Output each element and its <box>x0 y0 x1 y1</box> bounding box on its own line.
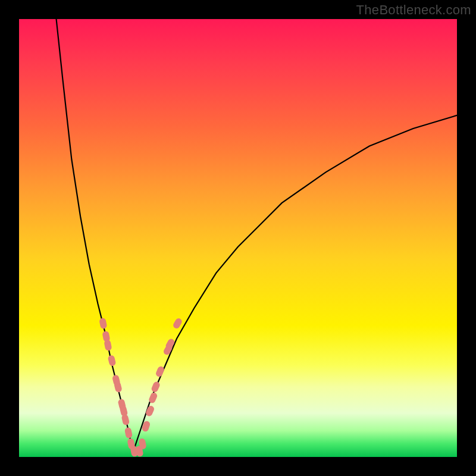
data-marker <box>151 381 161 393</box>
data-marker <box>108 355 117 367</box>
data-marker <box>155 365 165 378</box>
chart-svg <box>19 19 457 457</box>
curve-bottleneck-right <box>133 115 457 453</box>
marker-group <box>99 317 183 457</box>
data-marker <box>124 427 133 439</box>
plot-area <box>19 19 457 457</box>
data-marker <box>172 317 183 330</box>
chart-frame: TheBottleneck.com <box>0 0 476 476</box>
watermark-text: TheBottleneck.com <box>356 2 471 18</box>
data-marker <box>99 318 107 330</box>
